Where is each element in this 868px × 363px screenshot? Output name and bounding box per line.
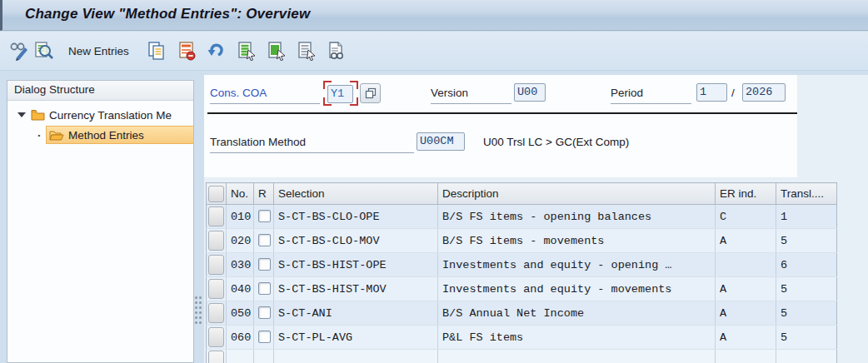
- cell-description[interactable]: B/S Annual Net Income: [438, 301, 716, 326]
- tree-item-currency-translation-methods[interactable]: Currency Translation Me: [7, 105, 193, 125]
- cell-description[interactable]: [438, 350, 716, 363]
- cell-r[interactable]: [254, 205, 274, 229]
- cell-description[interactable]: B/S FS items - opening balances: [438, 205, 716, 229]
- version-field[interactable]: U00: [514, 83, 546, 102]
- page-title: Change View "Method Entries": Overview: [25, 6, 310, 22]
- cell-transl[interactable]: 1: [776, 205, 837, 229]
- column-header-r[interactable]: R: [254, 183, 274, 205]
- dialog-structure-tree: Currency Translation Me · Method Entries: [7, 101, 193, 145]
- row-checkbox[interactable]: [258, 282, 271, 295]
- cell-selection[interactable]: S-CT-BS-CLO-MOV: [274, 229, 438, 253]
- cell-er-ind[interactable]: A: [716, 301, 776, 326]
- column-header-er-ind[interactable]: ER ind.: [716, 183, 776, 205]
- cell-transl[interactable]: 5: [776, 277, 837, 301]
- cell-selection[interactable]: S-CT-PL-AVG: [274, 326, 438, 350]
- cell-r[interactable]: [254, 253, 274, 277]
- cell-r[interactable]: [254, 229, 274, 253]
- row-selector-cell[interactable]: [207, 229, 227, 253]
- cell-transl[interactable]: 5: [776, 229, 837, 253]
- row-checkbox[interactable]: [258, 234, 271, 246]
- select-all-header-cell[interactable]: [207, 183, 227, 205]
- choose-icon[interactable]: [32, 38, 57, 63]
- translation-method-field[interactable]: U00CM: [417, 132, 465, 151]
- row-selector-button[interactable]: [208, 206, 224, 226]
- row-selector-button[interactable]: [208, 303, 224, 323]
- copy-as-icon[interactable]: [144, 38, 169, 63]
- select-block-icon[interactable]: [264, 38, 289, 63]
- cell-selection[interactable]: S-CT-ANI: [274, 301, 438, 326]
- cell-er-ind[interactable]: C: [716, 205, 776, 229]
- panel-splitter-handle[interactable]: [195, 296, 202, 330]
- tree-item-label: Method Entries: [68, 129, 144, 142]
- dialog-structure-header: Dialog Structure: [7, 81, 193, 101]
- column-selector-button[interactable]: [208, 186, 224, 202]
- cell-description[interactable]: B/S FS items - movements: [438, 229, 716, 253]
- row-selector-cell[interactable]: [207, 301, 227, 326]
- cell-description[interactable]: Investments and equity - opening …: [438, 253, 716, 277]
- cell-no[interactable]: 060: [227, 326, 254, 350]
- column-header-description[interactable]: Description: [438, 183, 716, 205]
- cell-er-ind[interactable]: A: [716, 229, 776, 253]
- display-change-icon[interactable]: [7, 38, 32, 63]
- cell-selection[interactable]: [274, 350, 438, 363]
- delete-icon[interactable]: [174, 38, 199, 63]
- row-selector-cell[interactable]: [207, 253, 227, 277]
- cell-selection[interactable]: S-CT-BS-HIST-OPE: [274, 253, 438, 277]
- cons-coa-field[interactable]: Y1: [327, 85, 353, 103]
- cell-description[interactable]: P&L FS items: [438, 326, 716, 350]
- column-header-transl[interactable]: Transl....: [776, 183, 837, 205]
- row-selector-cell[interactable]: [207, 277, 227, 301]
- table-row: 030 S-CT-BS-HIST-OPE Investments and equ…: [207, 253, 837, 277]
- deselect-all-icon[interactable]: [294, 38, 319, 63]
- multiple-values-button[interactable]: [360, 83, 381, 103]
- cell-selection[interactable]: S-CT-BS-HIST-MOV: [274, 277, 438, 301]
- row-selector-cell[interactable]: [207, 205, 227, 229]
- cell-r[interactable]: [254, 350, 274, 363]
- cell-transl[interactable]: 6: [776, 253, 837, 277]
- cell-description[interactable]: Investments and equity - movements: [438, 277, 716, 301]
- cell-no[interactable]: 010: [227, 205, 254, 229]
- row-selector-button[interactable]: [208, 279, 224, 299]
- cell-er-ind[interactable]: [716, 253, 776, 277]
- row-selector-button[interactable]: [208, 327, 224, 347]
- cell-transl[interactable]: 5: [776, 301, 837, 326]
- cell-selection[interactable]: S-CT-BS-CLO-OPE: [274, 205, 438, 229]
- period-year-field[interactable]: 2026: [742, 83, 786, 102]
- row-selector-button[interactable]: [208, 255, 224, 275]
- folder-closed-icon: [31, 109, 45, 121]
- cell-no[interactable]: 020: [227, 229, 254, 253]
- display-selected-icon[interactable]: [324, 38, 349, 63]
- cell-no[interactable]: 050: [227, 301, 254, 326]
- collapse-triangle-icon[interactable]: [17, 112, 26, 117]
- cell-r[interactable]: [254, 326, 274, 350]
- cell-er-ind[interactable]: A: [716, 326, 776, 350]
- undo-icon[interactable]: [204, 38, 229, 63]
- table-row: 060 S-CT-PL-AVG P&L FS items A 5: [207, 326, 837, 350]
- cell-no[interactable]: [227, 350, 254, 363]
- row-selector-button[interactable]: [208, 351, 224, 363]
- column-header-no[interactable]: No.: [227, 183, 254, 205]
- cell-no[interactable]: 030: [227, 253, 254, 277]
- row-checkbox[interactable]: [258, 210, 271, 222]
- row-selector-button[interactable]: [208, 231, 224, 251]
- row-checkbox[interactable]: [258, 331, 271, 343]
- cell-transl[interactable]: 5: [776, 326, 837, 350]
- new-entries-button[interactable]: New Entries: [65, 43, 132, 59]
- tree-selection-highlight[interactable]: Method Entries: [46, 126, 193, 144]
- cell-r[interactable]: [254, 301, 274, 326]
- select-all-icon[interactable]: [234, 38, 259, 63]
- row-checkbox[interactable]: [258, 306, 271, 319]
- row-selector-cell[interactable]: [207, 350, 227, 363]
- tree-item-label: Currency Translation Me: [49, 109, 172, 122]
- version-label: Version: [431, 87, 468, 99]
- column-header-selection[interactable]: Selection: [274, 183, 438, 205]
- row-checkbox[interactable]: [258, 258, 271, 271]
- row-selector-cell[interactable]: [207, 326, 227, 350]
- cell-r[interactable]: [254, 277, 274, 301]
- cell-transl[interactable]: [776, 350, 837, 363]
- period-field[interactable]: 1: [696, 83, 727, 102]
- tree-item-method-entries[interactable]: · Method Entries: [7, 125, 193, 145]
- cell-er-ind[interactable]: [716, 350, 776, 363]
- cell-no[interactable]: 040: [227, 277, 254, 301]
- cell-er-ind[interactable]: A: [716, 277, 776, 301]
